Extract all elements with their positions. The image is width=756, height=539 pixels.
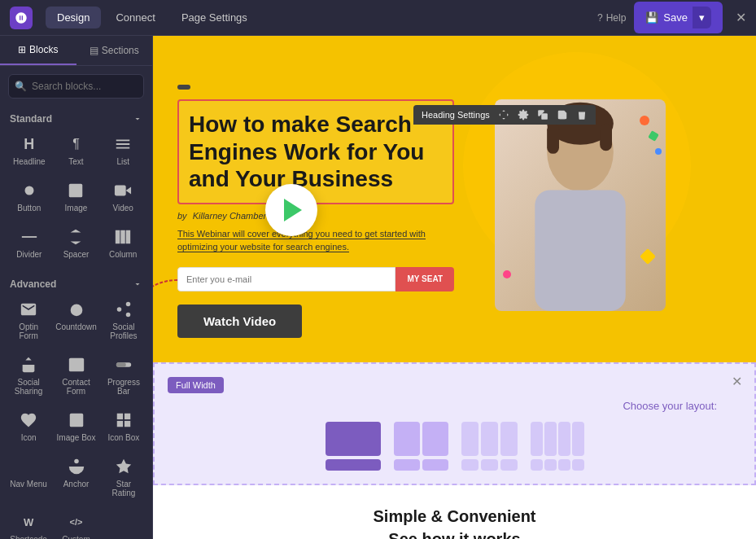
watch-video-button[interactable]: Watch Video xyxy=(177,305,302,338)
block-divider[interactable]: Divider xyxy=(7,221,52,265)
button-icon xyxy=(18,181,41,200)
layout-group-full-width[interactable] xyxy=(326,422,381,471)
search-box: 🔍 xyxy=(8,74,144,99)
layout-chooser-section: ✕ Full Width Choose your layout: xyxy=(153,362,756,485)
layout-option-3col-3[interactable] xyxy=(500,422,518,456)
layout-option-4col-8[interactable] xyxy=(572,459,584,471)
block-icon[interactable]: Icon xyxy=(7,404,50,449)
tab-sections[interactable]: ▤ Sections xyxy=(76,36,153,65)
save-button[interactable]: 💾 Save ▾ xyxy=(634,2,723,33)
layout-option-full-2[interactable] xyxy=(326,459,381,471)
layout-option-full[interactable] xyxy=(326,422,381,456)
save-icon: 💾 xyxy=(645,11,658,24)
optin-form-icon xyxy=(17,300,40,319)
layout-option-4col-3[interactable] xyxy=(558,422,570,456)
sidebar: ⊞ Blocks ▤ Sections 🔍 Standard H Headlin… xyxy=(0,36,153,539)
block-star-rating[interactable]: Star Rating xyxy=(102,450,146,504)
layout-group-2col[interactable] xyxy=(394,422,448,471)
close-button[interactable]: ✕ xyxy=(736,10,746,25)
block-image[interactable]: Image xyxy=(54,174,99,219)
layout-option-4col-7[interactable] xyxy=(558,459,570,471)
layout-option-2col-2[interactable] xyxy=(422,422,448,456)
hero-right-column xyxy=(470,99,666,338)
copy-icon[interactable] xyxy=(537,109,548,121)
icon-block-icon xyxy=(17,410,40,430)
layout-option-2col-3[interactable] xyxy=(394,459,420,471)
tab-blocks[interactable]: ⊞ Blocks xyxy=(0,36,76,65)
block-text[interactable]: ¶ Text xyxy=(54,128,99,173)
block-spacer[interactable]: Spacer xyxy=(54,221,99,265)
block-icon-box[interactable]: Icon Box xyxy=(102,404,146,449)
layout-option-3col-4[interactable] xyxy=(461,459,479,471)
block-social-sharing[interactable]: Social Sharing xyxy=(7,348,50,402)
svg-point-23 xyxy=(72,416,75,418)
svg-marker-33 xyxy=(116,459,131,473)
save-dropdown-arrow[interactable]: ▾ xyxy=(693,7,711,28)
layout-option-3col-6[interactable] xyxy=(500,459,518,471)
block-button[interactable]: Button xyxy=(7,174,52,219)
video-icon xyxy=(111,181,134,200)
layout-option-3col-5[interactable] xyxy=(481,459,498,471)
block-list[interactable]: List xyxy=(100,128,146,173)
layout-option-2col-1[interactable] xyxy=(394,422,420,456)
block-image-box[interactable]: Image Box xyxy=(52,404,100,449)
svg-point-11 xyxy=(117,307,122,312)
svg-point-2 xyxy=(72,186,75,189)
move-icon[interactable] xyxy=(498,109,509,121)
block-anchor[interactable]: Anchor xyxy=(52,450,100,504)
text-icon: ¶ xyxy=(64,134,87,154)
layout-group-3col[interactable] xyxy=(461,422,518,471)
block-video[interactable]: Video xyxy=(100,174,146,219)
email-input[interactable] xyxy=(177,267,395,291)
play-button[interactable] xyxy=(265,184,317,236)
help-button[interactable]: ? Help xyxy=(597,12,626,24)
person-silhouette xyxy=(495,99,666,311)
layout-option-2col-4[interactable] xyxy=(422,459,448,471)
layout-option-4col-6[interactable] xyxy=(544,459,557,471)
svg-rect-6 xyxy=(116,230,120,244)
block-optin-form[interactable]: Optin Form xyxy=(7,293,50,347)
advanced-blocks-grid: Optin Form Countdown Social Profiles Soc… xyxy=(0,293,152,539)
layout-option-3col-1[interactable] xyxy=(461,422,479,456)
tab-page-settings[interactable]: Page Settings xyxy=(170,7,259,28)
block-column[interactable]: Column xyxy=(100,221,146,265)
layout-option-4col-1[interactable] xyxy=(531,422,543,456)
layout-option-4col-5[interactable] xyxy=(531,459,543,471)
svg-rect-21 xyxy=(116,362,126,367)
block-nav-menu[interactable]: Nav Menu xyxy=(7,450,50,504)
help-label: Help xyxy=(606,12,627,24)
tab-design[interactable]: Design xyxy=(46,7,101,28)
search-icon: 🔍 xyxy=(15,81,27,92)
layout-option-4col-2[interactable] xyxy=(544,422,557,456)
tab-connect[interactable]: Connect xyxy=(104,7,166,28)
svg-rect-26 xyxy=(117,421,123,427)
block-countdown[interactable]: Countdown xyxy=(52,293,100,347)
svg-point-9 xyxy=(70,305,82,317)
settings-gear-icon[interactable] xyxy=(518,109,529,121)
block-progress-bar[interactable]: Progress Bar xyxy=(102,348,146,402)
block-social-profiles[interactable]: Social Profiles xyxy=(102,293,146,347)
reserve-button[interactable]: MY SEAT xyxy=(395,267,454,291)
chevron-down-icon-advanced xyxy=(133,279,142,289)
svg-rect-27 xyxy=(125,421,130,427)
svg-rect-44 xyxy=(535,190,625,311)
layout-group-4col[interactable] xyxy=(531,422,584,471)
custom-html-icon: </> xyxy=(65,512,88,532)
block-shortcode[interactable]: W Shortcode xyxy=(7,506,50,539)
layout-option-4col-4[interactable] xyxy=(572,422,584,456)
save-template-icon[interactable] xyxy=(557,109,568,121)
search-input[interactable] xyxy=(8,74,144,99)
block-headline[interactable]: H Headline xyxy=(7,128,52,173)
main-layout: ⊞ Blocks ▤ Sections 🔍 Standard H Headlin… xyxy=(0,36,756,539)
block-contact-form[interactable]: Contact Form xyxy=(52,348,100,402)
sidebar-tabs: ⊞ Blocks ▤ Sections xyxy=(0,36,152,66)
hero-heading[interactable]: How to make Search Engines Work for You … xyxy=(177,99,454,204)
layout-close-button[interactable]: ✕ xyxy=(728,374,745,390)
countdown-icon xyxy=(65,300,88,319)
top-bar-actions: ? Help 💾 Save ▾ ✕ xyxy=(597,2,746,33)
top-bar: Design Connect Page Settings ? Help 💾 Sa… xyxy=(0,0,756,36)
block-custom-html[interactable]: </> Custom HTML xyxy=(52,506,100,539)
layout-option-3col-2[interactable] xyxy=(481,422,498,456)
delete-icon[interactable] xyxy=(576,109,588,121)
help-icon: ? xyxy=(597,12,603,24)
